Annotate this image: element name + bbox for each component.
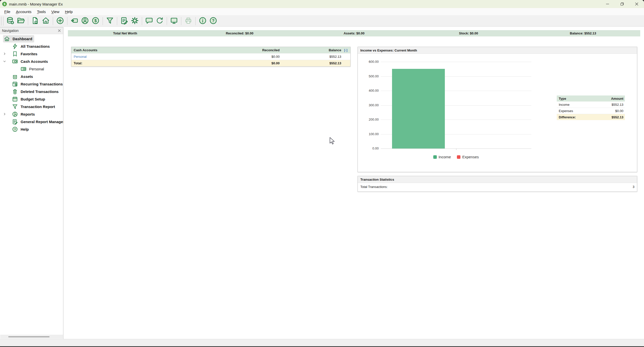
sidebar-item-deleted-transactions[interactable]: Deleted Transactions xyxy=(0,88,63,95)
refresh-icon xyxy=(155,16,164,26)
legend-label: Expenses xyxy=(462,155,479,159)
open-database-button[interactable] xyxy=(16,16,26,26)
refresh-button[interactable] xyxy=(154,16,165,26)
bag-icon xyxy=(12,73,18,80)
about-button[interactable] xyxy=(197,16,208,26)
wallet-icon xyxy=(20,66,27,72)
menu-view[interactable]: View xyxy=(49,9,62,15)
sidebar-item-assets[interactable]: Assets xyxy=(0,73,63,80)
sidebar-item-label: General Report Manager xyxy=(21,120,64,124)
payees-button[interactable] xyxy=(80,16,90,26)
sidebar-item-all-transactions[interactable]: All Transactions xyxy=(0,42,63,50)
sidebar-item-budget-setup[interactable]: Budget Setup xyxy=(0,95,63,103)
toolbar-separator xyxy=(195,17,196,25)
account-link-personal[interactable]: Personal xyxy=(74,55,87,59)
navigation-header: Navigation xyxy=(0,27,63,34)
legend-swatch xyxy=(433,155,437,159)
pie-chart-icon xyxy=(12,111,18,117)
net-worth-summary-bar: Total Net WorthReconciled: $0.00Assets: … xyxy=(68,30,640,36)
summary-reconciled: Reconciled: $0.00 xyxy=(182,31,297,35)
menu-bar: FileAccountsToolsViewHelp xyxy=(0,8,644,16)
chevron-down-icon[interactable] xyxy=(3,59,7,63)
total-balance-value: $552.13 xyxy=(280,61,341,65)
svg-text:?: ? xyxy=(14,128,16,131)
hscrollbar-thumb[interactable] xyxy=(8,336,50,337)
amount-column-header: Amount xyxy=(596,97,625,101)
sidebar-item-dashboard[interactable]: Dashboard xyxy=(0,35,63,42)
transaction-statistics-panel: Transaction Statistics Total Transaction… xyxy=(358,176,637,192)
chevron-right-icon[interactable] xyxy=(3,52,7,56)
tag-icon xyxy=(70,16,79,26)
y-axis-tick-label: 0.00 xyxy=(358,146,379,150)
income-vs-expenses-panel: Income vs Expenses: Current Month 600.00… xyxy=(358,47,637,172)
cash-accounts-total-row: Total: $0.00 $552.13 xyxy=(71,60,350,66)
sidebar-item-reports[interactable]: Reports xyxy=(0,110,63,118)
new-database-button[interactable] xyxy=(5,16,16,26)
summary-assets: Assets: $0.00 xyxy=(297,31,411,35)
total-transactions-row: Total Transactions: 3 xyxy=(358,183,637,190)
difference-row: Difference: $552.13 xyxy=(557,114,625,120)
sidebar-item-transaction-report[interactable]: Transaction Report xyxy=(0,103,63,110)
income-expenses-summary-table: Type Amount Income $552.13 Expenses $0.0… xyxy=(557,95,625,120)
sidebar-item-label: Help xyxy=(21,127,29,131)
sidebar-item-favorites[interactable]: Favorites xyxy=(0,50,63,58)
personal-balance-value: $552.13 xyxy=(280,55,341,59)
menu-file[interactable]: File xyxy=(2,9,13,15)
toolbar-separator xyxy=(103,17,103,25)
sidebar-item-label: Reports xyxy=(21,112,35,116)
main-area: Total Net WorthReconciled: $0.00Assets: … xyxy=(63,27,644,339)
toolbar-drag-handle[interactable] xyxy=(1,17,4,25)
legend-item-expenses: Expenses xyxy=(457,155,479,159)
note-edit-icon xyxy=(120,16,128,26)
database-add-icon xyxy=(6,16,15,26)
toolbar-separator xyxy=(53,17,53,25)
user-circle-icon xyxy=(81,16,89,26)
categories-button[interactable] xyxy=(69,16,80,26)
status-bar xyxy=(0,339,644,346)
window-title: main.mmb - Money Manager Ex xyxy=(9,2,63,6)
new-transaction-button[interactable] xyxy=(55,16,65,26)
sidebar-item-general-report-manager[interactable]: General Report Manager xyxy=(0,118,63,125)
currencies-button[interactable]: $ xyxy=(90,16,101,26)
home-icon xyxy=(41,16,50,26)
bar-income xyxy=(392,69,445,148)
fullscreen-button[interactable] xyxy=(169,16,179,26)
close-button[interactable] xyxy=(629,0,644,8)
feedback-button[interactable] xyxy=(144,16,154,26)
help-button[interactable]: ? xyxy=(208,16,219,26)
menu-help[interactable]: Help xyxy=(62,9,75,15)
sidebar-item-label: All Transactions xyxy=(21,44,50,48)
calendar-icon xyxy=(12,96,18,102)
reconciled-column-header: Reconciled xyxy=(226,48,280,52)
maximize-button[interactable] xyxy=(615,0,629,8)
close-icon[interactable] xyxy=(58,29,61,32)
help-circle-icon: ? xyxy=(12,126,18,132)
sidebar-item-help[interactable]: ?Help xyxy=(0,125,63,133)
income-vs-expenses-title: Income vs Expenses: Current Month xyxy=(358,47,637,54)
toolbar: $? xyxy=(0,16,644,27)
transaction-filter-button[interactable] xyxy=(105,16,115,26)
y-axis-tick-label: 100.00 xyxy=(358,132,379,136)
lightning-icon xyxy=(12,43,18,49)
minimize-button[interactable] xyxy=(600,0,615,8)
sidebar-item-recurring-transactions[interactable]: Recurring Transactions xyxy=(0,80,63,88)
y-axis-tick-label: 200.00 xyxy=(358,118,379,121)
chevron-right-icon[interactable] xyxy=(3,112,7,116)
title-bar: $ main.mmb - Money Manager Ex xyxy=(0,0,644,8)
monitor-icon xyxy=(170,16,178,26)
menu-tools[interactable]: Tools xyxy=(34,9,49,15)
options-button[interactable] xyxy=(130,16,140,26)
general-report-manager-button[interactable] xyxy=(119,16,130,26)
summary-table-header-row: Type Amount xyxy=(557,95,625,102)
dashboard-button[interactable] xyxy=(40,16,51,26)
plus-circle-icon xyxy=(56,16,64,26)
new-account-button[interactable] xyxy=(30,16,40,26)
toolbar-separator xyxy=(167,17,167,25)
sidebar-item-cash-accounts[interactable]: Cash Accounts xyxy=(0,58,63,65)
sidebar-item-label: Transaction Report xyxy=(21,105,55,109)
menu-accounts[interactable]: Accounts xyxy=(13,9,34,15)
sidebar-item-personal[interactable]: Personal xyxy=(0,65,63,73)
wallet-icon xyxy=(12,58,18,65)
navigation-panel: Navigation DashboardAll TransactionsFavo… xyxy=(0,27,63,339)
collapse-panel-link[interactable]: [-] xyxy=(344,48,348,52)
